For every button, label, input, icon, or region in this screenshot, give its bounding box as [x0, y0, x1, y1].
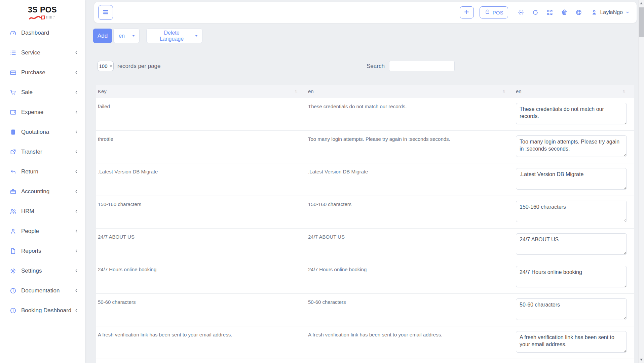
page-scrollbar[interactable] — [638, 0, 644, 363]
delete-language-dropdown[interactable]: Delete Language — [146, 29, 202, 43]
chevron-left-icon — [74, 269, 79, 273]
basket-icon[interactable] — [561, 9, 568, 16]
chevron-left-icon — [74, 308, 79, 313]
key-cell — [96, 359, 306, 363]
brightness-icon[interactable] — [518, 9, 524, 16]
hamburger-icon — [102, 8, 109, 17]
sidebar-item-dashboard[interactable]: Dashboard — [0, 23, 85, 43]
sidebar-item-purchase[interactable]: Purchase — [0, 63, 85, 82]
bag-icon — [485, 9, 490, 16]
pos-button-label: POS — [493, 10, 503, 15]
purchase-icon — [10, 69, 16, 76]
language-icon[interactable] — [575, 9, 582, 16]
username: LaylaNgo — [600, 9, 623, 15]
translation-textarea[interactable]: .Latest Version DB Migrate — [516, 168, 627, 190]
translation-cell: 24/7 Hours online booking — [514, 261, 634, 293]
caret-down-icon — [110, 66, 112, 67]
column-header-en-edit[interactable]: en ↑↓ — [514, 85, 634, 98]
table-row — [96, 359, 634, 363]
column-header-key[interactable]: Key ↑↓ — [96, 85, 306, 98]
key-cell: 50-60 characters — [96, 293, 306, 326]
translations-table: Key ↑↓ en ↑↓ en ↑↓ failed These credenti… — [96, 85, 634, 363]
source-text-cell: 24/7 Hours online booking — [306, 261, 514, 293]
chevron-left-icon — [74, 209, 79, 213]
translation-textarea[interactable]: 50-60 characters — [516, 298, 627, 320]
refresh-icon[interactable] — [532, 9, 539, 16]
table-row: .Latest Version DB Migrate .Latest Versi… — [96, 163, 634, 196]
logo[interactable]: 3S POS — [0, 0, 85, 22]
settings-icon — [10, 268, 16, 274]
translation-textarea[interactable]: These credentials do not match our recor… — [516, 103, 627, 124]
sidebar-item-transfer[interactable]: Transfer — [0, 142, 85, 162]
info-icon — [10, 287, 16, 294]
translation-cell: Too many login attempts. Please try agai… — [514, 130, 634, 163]
source-text-cell: .Latest Version DB Migrate — [306, 163, 514, 196]
add-language-button[interactable]: Add — [93, 29, 112, 43]
sidebar-item-hrm[interactable]: HRM — [0, 201, 85, 221]
logo-swoosh-graphic — [29, 14, 56, 21]
sidebar-item-documentation[interactable]: Documentation — [0, 281, 85, 300]
chevron-left-icon — [74, 150, 79, 154]
sidebar-item-booking-dashboard[interactable]: Booking Dashboard — [0, 300, 85, 320]
records-per-page-label: records per page — [117, 63, 161, 70]
key-cell: throttle — [96, 130, 306, 163]
scrollbar-down-arrow[interactable] — [640, 359, 643, 361]
sidebar-item-expense[interactable]: Expense — [0, 102, 85, 122]
source-text-cell: 150-160 characters — [306, 196, 514, 228]
sidebar-item-service[interactable]: Service — [0, 43, 85, 63]
chevron-left-icon — [74, 189, 79, 194]
menu-toggle-button[interactable] — [98, 5, 113, 20]
table-row: A fresh verification link has been sent … — [96, 326, 634, 359]
translation-textarea[interactable]: A fresh verification link has been sent … — [516, 331, 627, 353]
chevron-left-icon — [74, 70, 79, 75]
translation-cell — [514, 359, 634, 363]
sidebar-item-reports[interactable]: Reports — [0, 241, 85, 261]
pos-button[interactable]: POS — [480, 6, 508, 18]
expense-icon — [10, 109, 16, 116]
sidebar-item-sale[interactable]: Sale — [0, 82, 85, 102]
dashboard-icon — [10, 30, 16, 36]
key-cell: A fresh verification link has been sent … — [96, 326, 306, 359]
translation-textarea[interactable]: 150-160 characters — [516, 201, 627, 222]
hrm-icon — [10, 208, 16, 215]
key-cell: 24/7 ABOUT US — [96, 228, 306, 261]
sidebar-item-people[interactable]: People — [0, 221, 85, 241]
info-icon — [10, 307, 16, 314]
search-label: Search — [367, 63, 385, 70]
key-cell: 24/7 Hours online booking — [96, 261, 306, 293]
chevron-left-icon — [74, 110, 79, 114]
translation-textarea[interactable]: Too many login attempts. Please try agai… — [516, 135, 627, 157]
fullscreen-icon[interactable] — [546, 9, 553, 16]
key-cell: .Latest Version DB Migrate — [96, 163, 306, 196]
sidebar-item-return[interactable]: Return — [0, 162, 85, 182]
sidebar-item-accounting[interactable]: Accounting — [0, 182, 85, 201]
records-per-page-select[interactable]: 100 — [98, 61, 114, 71]
translation-textarea[interactable]: 24/7 ABOUT US — [516, 233, 627, 255]
sidebar-item-quotationa[interactable]: Quotationa — [0, 122, 85, 142]
chevron-left-icon — [74, 169, 79, 174]
translation-cell: 24/7 ABOUT US — [514, 228, 634, 261]
language-select-dropdown[interactable]: en — [113, 29, 140, 43]
table-row: failed These credentials do not match ou… — [96, 98, 634, 130]
table-controls: 100 records per page Search — [94, 61, 637, 72]
records-per-page-value: 100 — [99, 63, 107, 69]
source-text-cell: 24/7 ABOUT US — [306, 228, 514, 261]
table-header-row: Key ↑↓ en ↑↓ en ↑↓ — [96, 85, 634, 98]
scrollbar-up-arrow[interactable] — [640, 2, 643, 4]
scrollbar-thumb[interactable] — [639, 7, 644, 37]
source-text-cell: 50-60 characters — [306, 293, 514, 326]
user-menu[interactable]: LaylaNgo — [591, 9, 630, 16]
sidebar-item-settings[interactable]: Settings — [0, 261, 85, 281]
language-selected-value: en — [119, 33, 125, 39]
column-header-en[interactable]: en ↑↓ — [306, 85, 514, 98]
reports-icon — [10, 248, 16, 254]
table-row: 50-60 characters 50-60 characters 50-60 … — [96, 293, 634, 326]
source-text-cell: Too many login attempts. Please try agai… — [306, 130, 514, 163]
main-content: POS LaylaNgo Add en Delete Language 100 — [85, 0, 638, 363]
translation-textarea[interactable]: 24/7 Hours online booking — [516, 266, 627, 287]
chevron-left-icon — [74, 90, 79, 94]
search-input[interactable] — [389, 61, 455, 71]
add-new-button[interactable] — [460, 6, 474, 18]
chevron-left-icon — [74, 229, 79, 233]
table-row: 24/7 Hours online booking 24/7 Hours onl… — [96, 261, 634, 293]
